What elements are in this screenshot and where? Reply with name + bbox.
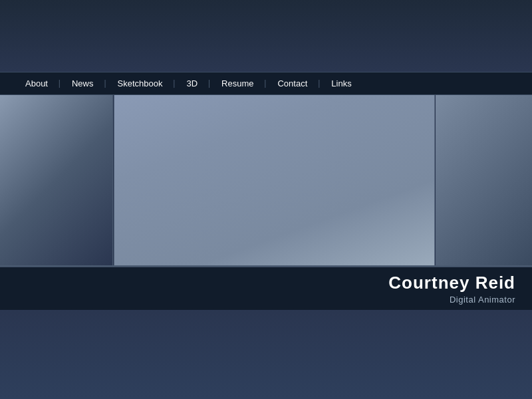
- nav-resume[interactable]: Resume: [209, 78, 265, 88]
- nav-contact[interactable]: Contact: [265, 78, 319, 88]
- bottom-area: [0, 310, 532, 399]
- nav-news[interactable]: News: [60, 78, 106, 88]
- header-area: [0, 0, 532, 72]
- right-panel: [436, 95, 532, 265]
- nav-sketchbook[interactable]: Sketchbook: [106, 78, 175, 88]
- nav-about[interactable]: About: [13, 78, 60, 88]
- nav-3d[interactable]: 3D: [174, 78, 209, 88]
- left-panel: [0, 95, 113, 265]
- center-panel: [114, 95, 435, 265]
- footer-name: Courtney Reid: [388, 273, 515, 293]
- footer-title: Digital Animator: [450, 295, 515, 305]
- footer: Courtney Reid Digital Animator: [0, 267, 532, 310]
- nav-links[interactable]: Links: [319, 78, 363, 88]
- navbar: About News Sketchbook 3D Resume Contact …: [0, 72, 532, 95]
- content-area: [0, 95, 532, 267]
